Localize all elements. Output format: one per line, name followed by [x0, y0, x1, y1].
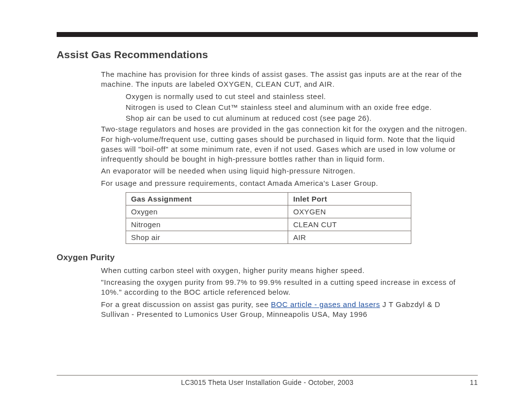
paragraph: For usage and pressure requirements, con…: [101, 178, 468, 188]
cell-gas: Oxygen: [126, 205, 288, 218]
cell-gas: Nitrogen: [126, 218, 288, 231]
footer-title: LC3015 Theta User Installation Guide - O…: [57, 378, 458, 386]
cell-gas: Shop air: [126, 231, 288, 243]
page-footer: LC3015 Theta User Installation Guide - O…: [57, 375, 478, 386]
document-page: Assist Gas Recommendations The machine h…: [0, 0, 532, 411]
paragraph: "Increasing the oxygen purity from 99.7%…: [101, 277, 468, 298]
table-row: Nitrogen CLEAN CUT: [126, 218, 411, 231]
footer-rule: [57, 375, 478, 376]
oxygen-block: When cutting carbon steel with oxygen, h…: [101, 266, 468, 319]
intro-block: The machine has provision for three kind…: [101, 69, 468, 188]
text: For a great discussion on assist gas pur…: [101, 300, 271, 308]
top-rule: [57, 32, 478, 37]
subsection-heading: Oxygen Purity: [57, 253, 478, 263]
gas-assignment-table: Gas Assignment Inlet Port Oxygen OXYGEN …: [126, 192, 411, 244]
table-header-row: Gas Assignment Inlet Port: [126, 192, 411, 205]
table-row: Oxygen OXYGEN: [126, 205, 411, 218]
paragraph: Two-stage regulators and hoses are provi…: [101, 124, 468, 164]
gas-table-wrap: Gas Assignment Inlet Port Oxygen OXYGEN …: [126, 192, 478, 244]
paragraph: For a great discussion on assist gas pur…: [101, 300, 468, 320]
col-header-port: Inlet Port: [288, 192, 411, 205]
footer-page-number: 11: [458, 378, 478, 386]
col-header-gas: Gas Assignment: [126, 192, 288, 205]
bullet-line: Nitrogen is used to Clean Cut™ stainless…: [126, 103, 468, 112]
paragraph: An evaporator will be needed when using …: [101, 166, 468, 176]
section-heading: Assist Gas Recommendations: [57, 49, 478, 61]
cell-port: AIR: [288, 231, 411, 243]
paragraph: When cutting carbon steel with oxygen, h…: [101, 266, 468, 275]
paragraph: The machine has provision for three kind…: [101, 69, 468, 90]
bullet-line: Shop air can be used to cut aluminum at …: [126, 113, 468, 123]
table-row: Shop air AIR: [126, 231, 411, 243]
bullet-line: Oxygen is normally used to cut steel and…: [126, 92, 468, 102]
cell-port: CLEAN CUT: [288, 218, 411, 231]
boc-article-link[interactable]: BOC article - gases and lasers: [271, 300, 380, 308]
cell-port: OXYGEN: [288, 205, 411, 218]
